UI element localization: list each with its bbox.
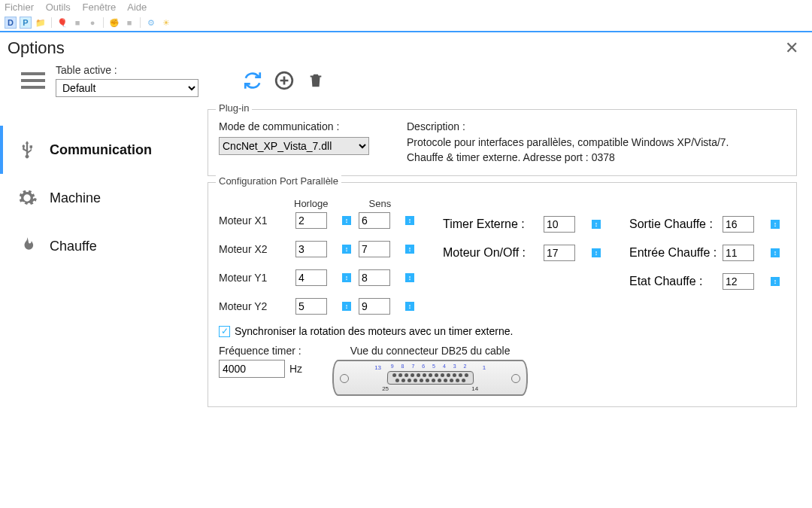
options-title: Options: [8, 38, 65, 58]
toolbar: D P 📁 🎈 ■ ● ✊ ■ ⚙ ☀: [0, 14, 812, 32]
mode-label: Mode de communication :: [219, 120, 369, 132]
toolbar-balloon-icon[interactable]: 🎈: [56, 17, 68, 29]
tick-icon[interactable]: ↕: [342, 273, 351, 282]
menu-tools[interactable]: Outils: [46, 2, 71, 13]
motor-y2-s-input[interactable]: [359, 298, 390, 315]
desc-text: Protocole pour interfaces parallèles, co…: [407, 135, 738, 165]
tick-icon[interactable]: ↕: [592, 248, 601, 257]
delete-icon[interactable]: [305, 70, 326, 91]
timer-ext-label: Timer Externe :: [443, 217, 541, 231]
table-active-select[interactable]: Default: [56, 79, 198, 97]
sidebar-item-communication[interactable]: Communication: [0, 126, 208, 174]
tick-icon[interactable]: ↕: [771, 248, 780, 257]
tick-icon[interactable]: ↕: [771, 220, 780, 229]
toolbar-hand-icon[interactable]: ✊: [108, 17, 120, 29]
content: Plug-in Mode de communication : CncNet_X…: [208, 103, 812, 413]
sidebar: Communication Machine Chauffe: [0, 103, 208, 413]
tick-icon[interactable]: ↕: [342, 245, 351, 254]
horloge-header: Horloge: [294, 198, 329, 209]
desc-label: Description :: [407, 120, 738, 132]
menu-window[interactable]: Fenêtre: [83, 2, 117, 13]
db25-connector: 13 9 8 7 6 5 4 3 2 1 25 14: [332, 360, 528, 396]
toolbar-new-proj-icon[interactable]: P: [20, 17, 32, 29]
add-icon[interactable]: [274, 70, 295, 91]
db25-title: Vue du connecteur DB25 du cable: [350, 345, 511, 357]
toolbar-open-icon[interactable]: 📁: [35, 17, 47, 29]
menu-file[interactable]: Fichier: [5, 2, 34, 13]
port-legend: Configuration Port Parallèle: [216, 175, 341, 187]
sidebar-label: Chauffe: [50, 239, 97, 254]
toolbar-new-doc-icon[interactable]: D: [5, 17, 17, 29]
port-group: Configuration Port Parallèle Horloge Sen…: [208, 182, 797, 407]
toolbar-gear-icon[interactable]: ⚙: [145, 17, 157, 29]
motor-y1-h-input[interactable]: [295, 269, 327, 286]
motor-on-label: Moteur On/Off :: [443, 246, 541, 260]
motor-x2-label: Moteur X2: [219, 243, 294, 255]
close-icon[interactable]: ✕: [785, 38, 798, 58]
motor-y1-label: Moteur Y1: [219, 272, 294, 284]
tick-icon[interactable]: ↕: [342, 216, 351, 225]
sidebar-label: Communication: [50, 142, 152, 158]
freq-unit: Hz: [289, 363, 302, 375]
menu-help[interactable]: Aide: [127, 2, 147, 13]
tick-icon[interactable]: ↕: [405, 273, 414, 282]
tick-icon[interactable]: ↕: [592, 220, 601, 229]
sens-header: Sens: [369, 198, 392, 209]
sync-row[interactable]: ✓ Synchroniser la rotation des moteurs a…: [219, 325, 786, 337]
sidebar-item-chauffe[interactable]: Chauffe: [0, 222, 208, 270]
hamburger-menu-icon[interactable]: [21, 72, 45, 89]
menubar: Fichier Outils Fenêtre Aide: [0, 0, 812, 14]
motor-x1-h-input[interactable]: [295, 212, 327, 229]
mode-select[interactable]: CncNet_XP_Vista_7.dll: [219, 137, 369, 155]
toolbar-stop-icon[interactable]: ■: [71, 17, 83, 29]
flame-icon: [15, 236, 39, 257]
entree-input[interactable]: [723, 245, 754, 261]
tick-icon[interactable]: ↕: [405, 302, 414, 311]
tick-icon[interactable]: ↕: [342, 302, 351, 311]
sidebar-label: Machine: [50, 190, 101, 206]
motor-y2-h-input[interactable]: [295, 298, 327, 315]
motor-x1-label: Moteur X1: [219, 214, 294, 227]
sortie-input[interactable]: [723, 216, 754, 233]
motor-x1-s-input[interactable]: [359, 212, 390, 229]
motor-y2-label: Moteur Y2: [219, 300, 294, 312]
gear-icon: [15, 187, 39, 208]
motor-on-input[interactable]: [544, 245, 575, 261]
entree-label: Entrée Chauffe :: [629, 246, 720, 260]
etat-label: Etat Chauffe :: [629, 275, 720, 288]
table-active-label: Table active :: [56, 64, 198, 76]
freq-input[interactable]: [219, 360, 285, 378]
tick-icon[interactable]: ↕: [405, 216, 414, 225]
plugin-legend: Plug-in: [216, 102, 252, 114]
refresh-icon[interactable]: [242, 70, 263, 91]
motor-x2-s-input[interactable]: [359, 241, 390, 257]
motor-y1-s-input[interactable]: [359, 269, 390, 286]
sync-label: Synchroniser la rotation des moteurs ave…: [235, 325, 513, 337]
sortie-label: Sortie Chauffe :: [629, 217, 720, 231]
toolbar-stop2-icon[interactable]: ■: [123, 17, 135, 29]
timer-ext-input[interactable]: [544, 216, 575, 233]
options-header: Options ✕: [0, 32, 812, 61]
tick-icon[interactable]: ↕: [771, 277, 780, 286]
freq-label: Fréquence timer :: [219, 345, 302, 357]
usb-icon: [15, 139, 39, 160]
table-active-row: Table active : Default: [0, 61, 812, 103]
db25-view: Vue du connecteur DB25 du cable 13 9 8 7…: [332, 345, 528, 396]
etat-input[interactable]: [723, 273, 754, 290]
motor-x2-h-input[interactable]: [295, 241, 327, 257]
sidebar-item-machine[interactable]: Machine: [0, 174, 208, 222]
sync-checkbox[interactable]: ✓: [219, 326, 230, 337]
plugin-group: Plug-in Mode de communication : CncNet_X…: [208, 109, 797, 176]
toolbar-record-icon[interactable]: ●: [86, 17, 98, 29]
tick-icon[interactable]: ↕: [405, 245, 414, 254]
toolbar-sun-icon[interactable]: ☀: [160, 17, 172, 29]
